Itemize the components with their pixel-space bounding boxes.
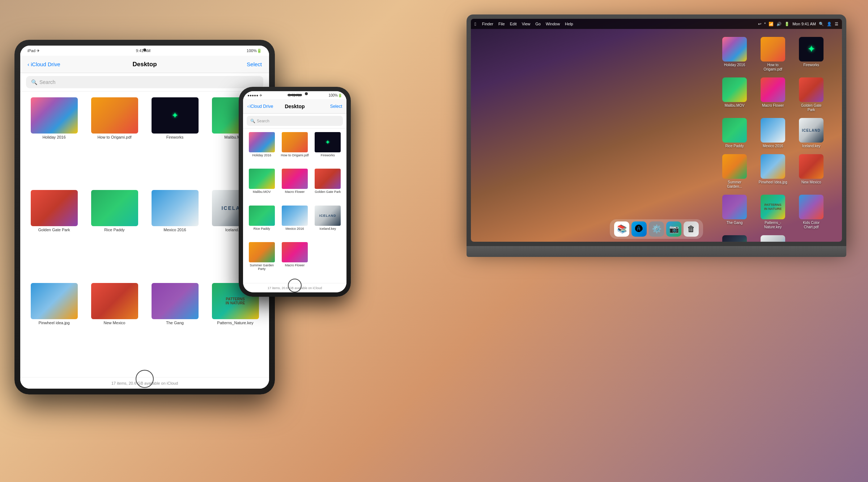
desktop-icon-pinwheel[interactable]: Pinwheel Idea.jpg: [757, 154, 789, 189]
desktop-icon-artofsign[interactable]: The Art of Sign Painting.pages: [757, 235, 789, 242]
ipad-select-button[interactable]: Select: [247, 61, 262, 67]
ipad-file-grid: Holiday 2016How to Origami.pdf✦Fireworks…: [20, 92, 269, 377]
desktop-icon-how-origami[interactable]: How to Origami.pdf: [757, 37, 789, 72]
icon-thumb-summer: [722, 154, 747, 179]
iphone-thumb: ✦: [315, 132, 341, 152]
iphone-item[interactable]: Rice Paddy: [247, 206, 277, 239]
ipad-item-label: Holiday 2016: [42, 135, 65, 139]
dock-trash[interactable]: 🗑: [684, 221, 699, 237]
iphone-status-left: ●●●●● ✈: [247, 93, 262, 97]
macbook-menubar:  Finder File Edit View Go Window Help ↩…: [471, 19, 842, 29]
iphone-item[interactable]: Macro Flower: [280, 169, 310, 202]
ipad-item[interactable]: Mexico 2016: [147, 190, 203, 278]
ipad-search-container: 🔍 Search: [20, 73, 269, 92]
desktop-icon-mexico[interactable]: Mexico 2016: [757, 118, 789, 148]
iphone-back-button[interactable]: ‹ iCloud Drive: [247, 104, 273, 109]
iphone-select-button[interactable]: Select: [330, 104, 342, 109]
ipad-item[interactable]: The Gang: [147, 283, 203, 371]
iphone-clock: 9:41 AM: [288, 93, 302, 97]
desktop-icon-goldengate[interactable]: Golden Gate Park: [795, 77, 827, 112]
ipad-back-button[interactable]: ‹ iCloud Drive: [27, 61, 60, 67]
chevron-left-icon: ‹: [247, 104, 249, 109]
menu-window[interactable]: Window: [546, 22, 560, 26]
iphone-item[interactable]: ✦Fireworks: [313, 132, 343, 166]
search-icon[interactable]: 🔍: [819, 22, 824, 26]
iphone-item[interactable]: How to Origami.pdf: [280, 132, 310, 166]
dock-settings[interactable]: ⚙️: [649, 221, 664, 237]
icon-label-summer: Summer Garden...: [720, 180, 749, 189]
desktop-icon-holiday2016[interactable]: Holiday 2016: [718, 37, 751, 72]
icon-thumb-gang: [722, 195, 747, 219]
desktop-icon-malibu[interactable]: Malibu.MOV: [718, 77, 751, 112]
menubar-right: ↩ * 📶 🔊 🔋 Mon 9:41 AM 🔍 👤 ☰: [758, 22, 838, 26]
iphone-item[interactable]: Macro Flower: [280, 242, 310, 279]
iphone-item[interactable]: Mexico 2016: [280, 206, 310, 239]
iphone-thumb: [249, 242, 275, 262]
iphone-thumb: [282, 242, 308, 262]
ipad-item-label: Rice Paddy: [104, 228, 124, 232]
ipad-item[interactable]: Pinwheel idea.jpg: [26, 283, 82, 371]
ipad-thumb: [31, 97, 78, 134]
search-icon: 🔍: [31, 79, 37, 85]
menu-file[interactable]: File: [498, 22, 505, 26]
ipad-thumb: [91, 283, 138, 319]
desktop-icon-newmexico[interactable]: New Mexico: [795, 154, 827, 189]
iphone-thumb: [249, 206, 275, 226]
iphone-home-button[interactable]: [288, 279, 302, 292]
desktop-icon-gang[interactable]: The Gang: [718, 195, 751, 229]
desktop-icon-ricepaddy[interactable]: Rice Paddy: [718, 118, 751, 148]
ipad-item-label: The Gang: [166, 321, 184, 325]
iphone-back-label[interactable]: iCloud Drive: [250, 104, 273, 109]
user-icon[interactable]: 👤: [827, 22, 832, 26]
desktop-icon-fireworks[interactable]: ✦Fireworks: [795, 37, 827, 72]
ipad-item[interactable]: How to Origami.pdf: [86, 97, 142, 186]
ipad-battery: 100%: [247, 48, 257, 53]
ipad-search-bar[interactable]: 🔍 Search: [26, 76, 263, 88]
desktop-icon-forest[interactable]: Forest: [718, 235, 751, 242]
iphone-item[interactable]: Golden Gate Park: [313, 169, 343, 202]
iphone-item-label: Mexico 2016: [285, 227, 304, 231]
dock-books[interactable]: 📚: [614, 221, 629, 237]
dock-photos[interactable]: 📷: [666, 221, 681, 237]
ipad-item[interactable]: Golden Gate Park: [26, 190, 82, 278]
icon-label-macro: Macro Flower: [762, 103, 784, 108]
desktop-icon-patterns[interactable]: PATTERNSIN NATUREPatterns_- Nature.key: [757, 195, 789, 229]
iphone-search-bar[interactable]: 🔍 Search: [247, 116, 343, 126]
ipad-item-label: Golden Gate Park: [38, 228, 70, 232]
clock: Mon 9:41 AM: [792, 22, 816, 26]
iphone-statusbar: ●●●●● ✈ 9:41 AM 100% 🔋: [243, 91, 346, 99]
iphone-nav-title: Desktop: [285, 103, 305, 109]
iphone-item[interactable]: Holiday 2016: [247, 132, 277, 166]
ipad-body: iPad ✈ 9:41 AM 100% 🔋 ‹ iCloud Drive Des…: [14, 40, 275, 394]
menu-view[interactable]: View: [522, 22, 531, 26]
desktop-icon-iceland[interactable]: ICELANDIceland.key: [795, 118, 827, 148]
ipad-item[interactable]: New Mexico: [86, 283, 142, 371]
icon-thumb-forest: [722, 235, 747, 242]
ipad-back-label[interactable]: iCloud Drive: [31, 61, 60, 67]
iphone-item[interactable]: Malibu.MOV: [247, 169, 277, 202]
ipad-item[interactable]: Rice Paddy: [86, 190, 142, 278]
iphone-item[interactable]: ICELANDIceland.key: [313, 206, 343, 239]
ipad-item-label: Patterns_Nature.key: [217, 321, 253, 325]
macbook:  Finder File Edit View Go Window Help ↩…: [467, 14, 846, 261]
icon-label-mexico: Mexico 2016: [763, 144, 783, 148]
menu-help[interactable]: Help: [565, 22, 573, 26]
iphone-item[interactable]: Summer Garden Party: [247, 242, 277, 279]
dock-appstore[interactable]: 🅐: [631, 221, 647, 237]
ipad-item[interactable]: Holiday 2016: [26, 97, 82, 186]
ipad-item[interactable]: ✦Fireworks: [147, 97, 203, 186]
ipad: iPad ✈ 9:41 AM 100% 🔋 ‹ iCloud Drive Des…: [14, 40, 275, 394]
desktop-icon-kids[interactable]: Kids Color Chart.pdf: [795, 195, 827, 229]
ipad-home-button[interactable]: [136, 370, 154, 388]
menu-go[interactable]: Go: [535, 22, 541, 26]
menu-edit[interactable]: Edit: [510, 22, 517, 26]
menu-finder[interactable]: Finder: [482, 22, 493, 26]
icon-thumb-kids: [799, 195, 824, 219]
desktop-icon-summer[interactable]: Summer Garden...: [718, 154, 751, 189]
list-icon[interactable]: ☰: [835, 22, 838, 26]
desktop-icon-macro[interactable]: Macro Flower: [757, 77, 789, 112]
ipad-item-label: How to Origami.pdf: [97, 135, 131, 139]
apple-menu-icon[interactable]: : [475, 21, 476, 27]
bluetooth-icon: *: [764, 22, 766, 26]
ipad-thumb: ✦: [152, 97, 199, 134]
